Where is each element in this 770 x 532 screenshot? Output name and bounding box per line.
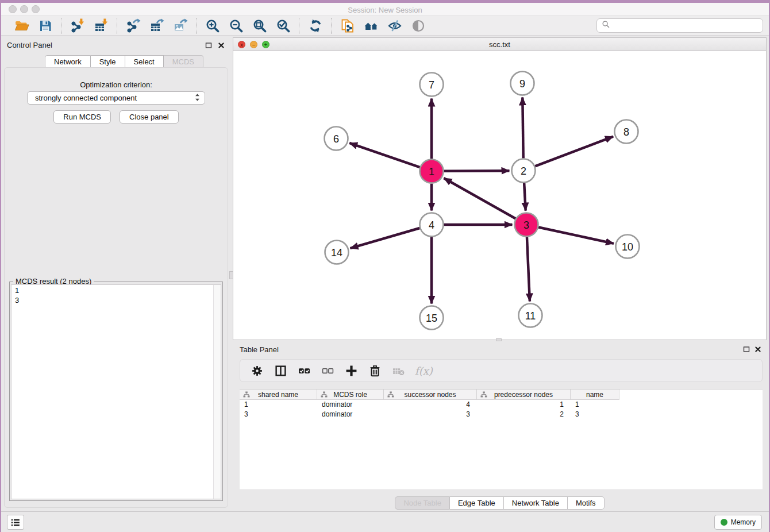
column-label: successor nodes: [404, 391, 456, 399]
search-icon: [602, 20, 610, 31]
svg-text:7: 7: [429, 79, 434, 91]
shared-column-icon: [480, 391, 487, 398]
result-scrollbar[interactable]: [213, 285, 221, 499]
optimization-criterion-select[interactable]: strongly connected component: [27, 91, 205, 105]
search-field[interactable]: [596, 18, 763, 33]
node-10[interactable]: 10: [616, 235, 640, 259]
delete-column-icon[interactable]: [368, 364, 382, 377]
table-panel-float-icon[interactable]: [742, 345, 750, 353]
node-2[interactable]: 2: [512, 159, 536, 183]
edge-2-9[interactable]: [522, 97, 523, 158]
zoom-out-icon[interactable]: [228, 18, 244, 33]
add-column-icon[interactable]: [344, 364, 358, 377]
zoom-selected-icon[interactable]: [275, 18, 291, 33]
table-cell[interactable]: 3: [240, 410, 317, 419]
tab-edge-table[interactable]: Edge Table: [450, 496, 504, 510]
control-panel: Control Panel NetworkStyleSelectMCDS Opt…: [1, 36, 231, 511]
node-15[interactable]: 15: [420, 306, 444, 330]
table-cell[interactable]: dominator: [317, 400, 384, 410]
column-header-successor-nodes[interactable]: successor nodes: [384, 390, 477, 400]
node-1[interactable]: 1: [420, 160, 444, 183]
result-item[interactable]: 1: [15, 286, 221, 295]
table-toolbar: f(x): [240, 359, 763, 382]
node-7[interactable]: 7: [420, 73, 444, 97]
export-image-icon[interactable]: [172, 18, 188, 33]
tab-network-table[interactable]: Network Table: [504, 496, 568, 510]
tab-select[interactable]: Select: [125, 55, 164, 68]
table-tabs: Node TableEdge TableNetwork TableMotifs: [233, 496, 767, 510]
import-network-icon[interactable]: [70, 18, 85, 33]
table-cell[interactable]: dominator: [317, 410, 384, 419]
table-panel-close-icon[interactable]: [754, 345, 762, 353]
select-all-icon[interactable]: [297, 364, 311, 377]
column-label: MCDS role: [333, 391, 367, 399]
save-icon[interactable]: [37, 18, 53, 33]
open-folder-icon[interactable]: [14, 18, 29, 33]
export-table-icon[interactable]: [149, 18, 164, 33]
zoom-in-icon[interactable]: [205, 18, 220, 33]
task-history-button[interactable]: [7, 515, 24, 530]
memory-button[interactable]: Memory: [714, 515, 762, 530]
node-9[interactable]: 9: [511, 72, 534, 95]
node-8[interactable]: 8: [615, 120, 638, 144]
shared-column-icon: [387, 391, 394, 398]
edge-1-2[interactable]: [444, 171, 509, 171]
tab-motifs[interactable]: Motifs: [568, 496, 605, 510]
table-cell[interactable]: 2: [477, 410, 571, 419]
split-panel-icon[interactable]: [274, 364, 287, 377]
result-item[interactable]: 3: [15, 295, 221, 305]
edge-2-3[interactable]: [524, 183, 526, 210]
edge-3-11[interactable]: [527, 237, 530, 301]
gear-icon[interactable]: [250, 364, 264, 377]
hide-selected-icon[interactable]: [387, 18, 402, 33]
network-window-title: scc.txt: [233, 40, 766, 49]
run-mcds-button[interactable]: Run MCDS: [53, 110, 111, 124]
tab-node-table[interactable]: Node Table: [395, 496, 450, 510]
control-panel-float-icon[interactable]: [205, 41, 213, 49]
table-cell[interactable]: 4: [384, 400, 477, 410]
refresh-icon[interactable]: [307, 18, 323, 33]
edge-1-6[interactable]: [349, 143, 419, 167]
column-header-shared-name[interactable]: shared name: [240, 390, 317, 400]
search-input[interactable]: [613, 21, 758, 30]
tab-network[interactable]: Network: [45, 55, 91, 68]
table-cell[interactable]: 3: [571, 410, 619, 419]
node-3[interactable]: 3: [515, 213, 538, 237]
table-cell[interactable]: 3: [384, 410, 477, 419]
tab-mcds[interactable]: MCDS: [164, 55, 203, 68]
column-header-name[interactable]: name: [571, 390, 619, 400]
control-panel-close-icon[interactable]: [217, 41, 225, 49]
horizontal-splitter-handle[interactable]: [496, 338, 502, 341]
node-14[interactable]: 14: [325, 241, 349, 264]
network-graph[interactable]: 7968124314101511: [233, 51, 766, 340]
network-canvas[interactable]: 7968124314101511: [233, 51, 766, 340]
graphics-details-icon[interactable]: [410, 18, 426, 33]
table-cell[interactable]: 1: [240, 400, 317, 410]
zoom-fit-icon[interactable]: [252, 18, 267, 33]
deselect-all-icon[interactable]: [321, 364, 334, 377]
svg-text:1: 1: [429, 166, 434, 178]
close-panel-button[interactable]: Close panel: [120, 110, 179, 124]
svg-text:4: 4: [429, 219, 434, 231]
mcds-result-list: 13: [11, 284, 221, 499]
shared-column-icon: [321, 391, 328, 398]
homes-icon[interactable]: [363, 18, 379, 33]
column-header-MCDS-role[interactable]: MCDS role: [317, 390, 384, 400]
table-cell[interactable]: 1: [477, 400, 571, 410]
new-network-from-selection-icon[interactable]: [340, 18, 355, 33]
node-table: shared nameMCDS rolesuccessor nodesprede…: [240, 389, 763, 490]
tab-style[interactable]: Style: [91, 55, 125, 68]
table-cell[interactable]: 1: [571, 400, 619, 410]
edge-4-14[interactable]: [351, 228, 420, 248]
network-window: x – + scc.txt 7968124314101511: [233, 37, 767, 340]
node-6[interactable]: 6: [325, 127, 348, 151]
column-header-predecessor-nodes[interactable]: predecessor nodes: [477, 390, 571, 400]
node-4[interactable]: 4: [420, 213, 444, 237]
edge-3-10[interactable]: [538, 228, 614, 244]
export-network-icon[interactable]: [125, 18, 141, 33]
edge-2-8[interactable]: [535, 137, 613, 167]
import-table-icon[interactable]: [93, 18, 109, 33]
edge-3-1[interactable]: [444, 178, 515, 218]
node-11[interactable]: 11: [519, 304, 542, 327]
stepper-arrows-icon: [195, 93, 200, 103]
